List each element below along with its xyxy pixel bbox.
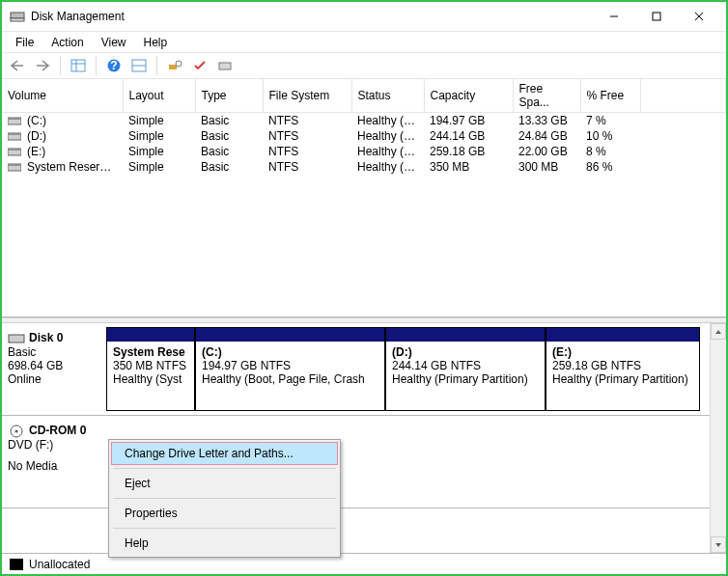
svg-rect-21 [8,149,21,151]
svg-text:?: ? [110,59,117,72]
volume-row[interactable]: (E:)SimpleBasicNTFSHealthy (P...259.18 G… [2,144,726,159]
svg-rect-3 [653,13,660,20]
partition[interactable]: (D:)244.14 GB NTFSHealthy (Primary Parti… [385,327,546,411]
col-capacity[interactable]: Capacity [424,79,513,113]
col-volume[interactable]: Volume [2,79,123,113]
col-layout[interactable]: Layout [123,79,195,113]
svg-point-14 [176,61,182,67]
col-pctfree[interactable]: % Free [580,79,640,113]
ctx-help[interactable]: Help [111,532,338,555]
toolbar: ? [2,52,726,79]
disk-icon [8,332,25,345]
menu-view[interactable]: View [94,34,134,51]
col-type[interactable]: Type [195,79,263,113]
legend-swatch-unallocated [10,559,23,570]
titlebar: Disk Management [2,2,726,31]
column-header-row: Volume Layout Type File System Status Ca… [2,79,726,113]
cdrom-line3: No Media [8,459,98,473]
svg-rect-0 [11,13,24,18]
layout-icon[interactable] [127,55,151,76]
disk-type: Basic [8,345,98,359]
legend-label-unallocated: Unallocated [29,558,90,571]
drive-icon[interactable] [213,55,237,76]
disk-size: 698.64 GB [8,359,98,372]
svg-rect-23 [8,164,21,166]
window-title: Disk Management [31,10,125,23]
partition[interactable]: (E:)259.18 GB NTFSHealthy (Primary Parti… [546,327,700,411]
svg-rect-1 [11,18,24,21]
menu-help[interactable]: Help [136,34,176,51]
volume-icon [8,131,21,142]
svg-rect-17 [8,118,21,120]
svg-rect-24 [9,335,24,343]
context-menu: Change Drive Letter and Paths... Eject P… [108,439,341,558]
close-button[interactable] [678,3,720,30]
svg-rect-13 [169,65,177,69]
check-icon[interactable] [188,55,211,76]
settings-icon[interactable] [163,55,186,76]
volume-icon [8,162,21,173]
col-filesystem[interactable]: File System [263,79,351,113]
partition[interactable]: (C:)194.97 GB NTFSHealthy (Boot, Page Fi… [195,327,385,411]
disk-row[interactable]: Disk 0 Basic 698.64 GB Online System Res… [2,323,710,416]
cdrom-line2: DVD (F:) [8,438,98,452]
scroll-down-icon[interactable] [711,536,726,553]
col-status[interactable]: Status [351,79,424,113]
volume-grid: Volume Layout Type File System Status Ca… [2,79,726,317]
cdrom-name: CD-ROM 0 [29,424,86,437]
svg-rect-15 [219,63,231,69]
menubar: File Action View Help [2,31,726,52]
menu-file[interactable]: File [8,34,42,51]
partition[interactable]: System Rese350 MB NTFSHealthy (Syst [106,327,195,411]
cdrom-icon [8,425,25,438]
scroll-up-icon[interactable] [711,323,726,340]
disk-state: Online [8,372,98,386]
volume-icon [8,147,21,157]
app-icon [10,9,25,24]
ctx-eject[interactable]: Eject [111,472,338,495]
menu-action[interactable]: Action [43,34,91,51]
disk-name: Disk 0 [29,331,63,344]
svg-rect-19 [8,133,21,135]
ctx-change-drive-letter[interactable]: Change Drive Letter and Paths... [111,442,338,465]
vertical-scrollbar[interactable] [710,323,726,553]
volume-row[interactable]: System ReservedSimpleBasicNTFSHealthy (S… [2,159,726,175]
svg-rect-6 [71,60,85,71]
col-freespace[interactable]: Free Spa... [513,79,580,113]
minimize-button[interactable] [593,3,635,30]
volume-row[interactable]: (D:)SimpleBasicNTFSHealthy (P...244.14 G… [2,128,726,144]
ctx-properties[interactable]: Properties [111,502,338,525]
volume-row[interactable]: (C:)SimpleBasicNTFSHealthy (B...194.97 G… [2,113,726,129]
maximize-button[interactable] [635,3,678,30]
svg-point-26 [15,429,18,432]
help-icon[interactable]: ? [102,55,126,76]
volume-icon [8,116,21,126]
view-list-icon[interactable] [67,55,90,76]
forward-button[interactable] [31,55,54,76]
back-button[interactable] [6,55,29,76]
